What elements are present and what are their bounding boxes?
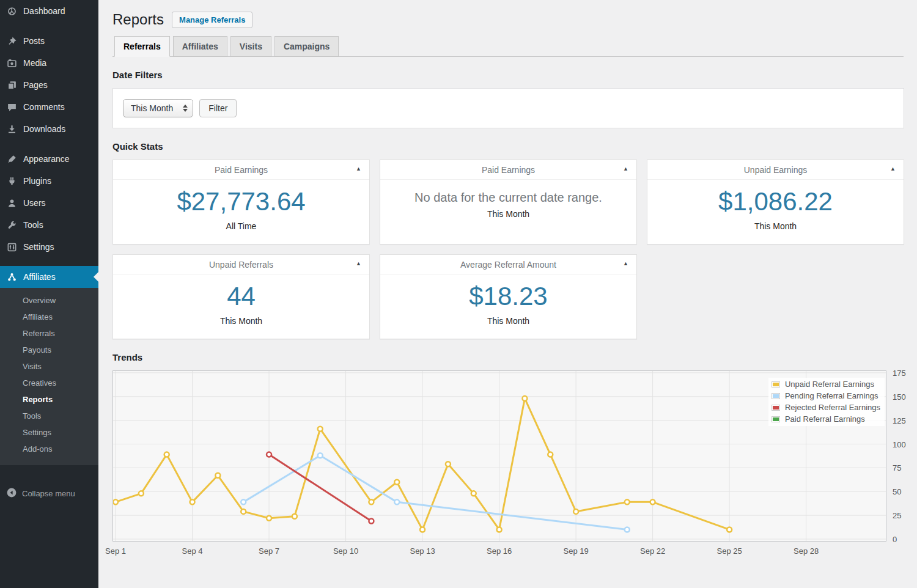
y-axis-tick-label: 175 — [893, 369, 906, 378]
collapse-toggle-icon[interactable]: ▲ — [890, 166, 896, 172]
stat-card-header: Unpaid Referrals▲ — [113, 255, 369, 274]
wrench-icon — [6, 219, 18, 231]
submenu-item-affiliates[interactable]: Affiliates — [0, 309, 98, 326]
sidebar-item-label: Affiliates — [23, 271, 56, 282]
x-axis-tick-label: Sep 4 — [182, 546, 203, 556]
x-axis-tick-label: Sep 1 — [105, 546, 126, 556]
sidebar-item-settings[interactable]: Settings — [0, 236, 98, 258]
date-range-select[interactable]: This Month — [123, 99, 193, 117]
submenu-item-referrals[interactable]: Referrals — [0, 326, 98, 342]
trends-heading: Trends — [112, 352, 904, 362]
stat-period: This Month — [487, 316, 529, 326]
y-axis-tick-label: 0 — [893, 535, 897, 544]
date-filter-panel: This Month Filter — [112, 88, 904, 128]
affiliates-icon — [6, 271, 18, 283]
collapse-toggle-icon[interactable]: ▲ — [356, 166, 361, 172]
date-filters-heading: Date Filters — [112, 70, 904, 80]
stat-value: $27,773.64 — [177, 188, 305, 216]
date-range-value: This Month — [131, 103, 173, 113]
submenu-item-settings[interactable]: Settings — [0, 425, 98, 441]
sidebar-item-label: Media — [23, 57, 46, 68]
admin-sidebar: DashboardPostsMediaPagesCommentsDownload… — [0, 0, 98, 588]
stat-card-title: Average Referral Amount — [460, 260, 556, 270]
submenu-item-tools[interactable]: Tools — [0, 408, 98, 425]
x-axis-tick-label: Sep 25 — [717, 546, 742, 556]
legend-label: Unpaid Referral Earnings — [785, 380, 874, 389]
title-row: Reports Manage Referrals — [112, 11, 904, 28]
legend-item: Unpaid Referral Earnings — [772, 380, 880, 389]
download-icon — [6, 123, 18, 135]
stat-card-body: $1,086.22This Month — [647, 180, 904, 244]
x-axis-tick-label: Sep 7 — [259, 546, 279, 556]
quick-stats-grid: Paid Earnings▲$27,773.64All TimePaid Ear… — [112, 160, 904, 339]
sidebar-item-comments[interactable]: Comments — [0, 96, 98, 118]
pages-icon — [6, 79, 18, 91]
stat-card-body: 44This Month — [113, 274, 369, 339]
user-icon — [6, 197, 18, 209]
sidebar-item-label: Appearance — [23, 153, 70, 164]
stat-no-data-text: No data for the current date range. — [414, 189, 602, 205]
sidebar-item-plugins[interactable]: Plugins — [0, 170, 98, 192]
sidebar-item-label: Dashboard — [23, 6, 65, 17]
submenu-item-overview[interactable]: Overview — [0, 293, 98, 309]
legend-label: Pending Referral Earnings — [785, 391, 878, 400]
stat-card: Unpaid Referrals▲44This Month — [112, 254, 370, 339]
stat-card-header: Paid Earnings▲ — [113, 160, 369, 180]
sidebar-item-appearance[interactable]: Appearance — [0, 148, 98, 170]
sliders-icon — [6, 241, 18, 253]
sidebar-item-posts[interactable]: Posts — [0, 30, 98, 52]
sidebar-item-label: Tools — [23, 219, 43, 230]
collapse-toggle-icon[interactable]: ▲ — [623, 166, 628, 172]
stat-period: All Time — [226, 221, 257, 231]
legend-item: Rejected Referral Earnings — [772, 403, 880, 412]
pin-icon — [6, 35, 18, 47]
stat-card-body: $18.23This Month — [380, 274, 636, 339]
sidebar-item-media[interactable]: Media — [0, 52, 98, 74]
y-axis-tick-label: 100 — [893, 440, 906, 449]
stat-period: This Month — [754, 221, 797, 231]
legend-color-swatch — [772, 393, 780, 399]
tab-visits[interactable]: Visits — [230, 36, 271, 57]
sidebar-item-pages[interactable]: Pages — [0, 74, 98, 96]
manage-referrals-button[interactable]: Manage Referrals — [172, 12, 252, 28]
sidebar-item-users[interactable]: Users — [0, 192, 98, 214]
sidebar-item-tools[interactable]: Tools — [0, 214, 98, 236]
stat-card-title: Paid Earnings — [215, 165, 268, 175]
legend-color-swatch — [772, 405, 780, 411]
submenu-item-reports[interactable]: Reports — [0, 392, 98, 408]
stat-value: $18.23 — [469, 282, 547, 311]
y-axis-tick-label: 25 — [893, 511, 901, 520]
sidebar-item-label: Posts — [23, 35, 45, 46]
sidebar-item-label: Downloads — [23, 123, 65, 134]
stat-value: $1,086.22 — [718, 188, 833, 216]
collapse-toggle-icon[interactable]: ▲ — [623, 260, 628, 266]
sidebar-item-label: Pages — [23, 79, 48, 90]
collapse-toggle-icon[interactable]: ▲ — [356, 260, 361, 266]
stat-period: This Month — [220, 316, 262, 326]
submenu-item-creatives[interactable]: Creatives — [0, 375, 98, 392]
camera-icon — [6, 57, 18, 69]
y-axis-tick-label: 50 — [893, 487, 901, 496]
sidebar-item-downloads[interactable]: Downloads — [0, 118, 98, 140]
stat-card: Unpaid Earnings▲$1,086.22This Month — [647, 160, 904, 244]
tab-affiliates[interactable]: Affiliates — [173, 36, 227, 57]
stat-card-header: Paid Earnings▲ — [380, 160, 636, 180]
submenu-item-visits[interactable]: Visits — [0, 359, 98, 375]
submenu-item-add-ons[interactable]: Add-ons — [0, 441, 98, 458]
tab-referrals[interactable]: Referrals — [114, 36, 170, 57]
collapse-menu-button[interactable]: Collapse menu — [0, 481, 98, 506]
submenu-item-payouts[interactable]: Payouts — [0, 342, 98, 359]
stat-card-header: Unpaid Earnings▲ — [647, 160, 904, 180]
sidebar-item-label: Comments — [23, 101, 65, 112]
y-axis-tick-label: 150 — [893, 392, 906, 402]
tab-campaigns[interactable]: Campaigns — [274, 36, 339, 57]
sidebar-item-affiliates[interactable]: Affiliates — [0, 266, 98, 288]
stat-card-title: Unpaid Referrals — [209, 260, 273, 270]
sidebar-item-dashboard[interactable]: Dashboard — [0, 0, 98, 22]
filter-button[interactable]: Filter — [199, 99, 237, 117]
legend-color-swatch — [772, 381, 780, 388]
sidebar-item-label: Plugins — [23, 175, 51, 186]
stat-card: Paid Earnings▲$27,773.64All Time — [112, 160, 370, 244]
x-axis-tick-label: Sep 16 — [487, 546, 512, 556]
select-stepper-icon — [183, 105, 188, 112]
